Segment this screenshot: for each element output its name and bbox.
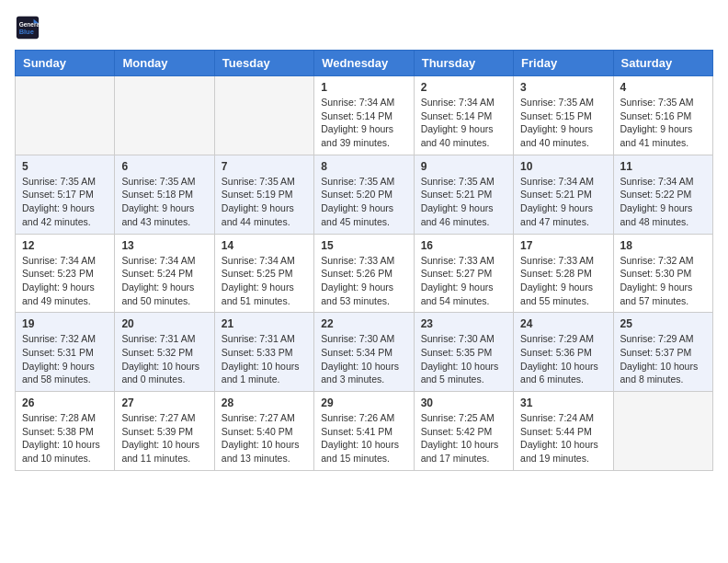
day-number: 24 (520, 317, 606, 330)
day-number: 27 (121, 396, 207, 409)
day-info: Sunrise: 7:35 AM Sunset: 5:21 PM Dayligh… (421, 175, 506, 229)
day-info: Sunrise: 7:35 AM Sunset: 5:19 PM Dayligh… (222, 175, 307, 229)
day-number: 7 (222, 160, 307, 173)
calendar-cell: 8Sunrise: 7:35 AM Sunset: 5:20 PM Daylig… (314, 155, 414, 234)
calendar-cell: 5Sunrise: 7:35 AM Sunset: 5:17 PM Daylig… (16, 155, 115, 234)
day-info: Sunrise: 7:32 AM Sunset: 5:31 PM Dayligh… (22, 332, 108, 386)
day-number: 3 (520, 81, 606, 94)
day-info: Sunrise: 7:33 AM Sunset: 5:27 PM Dayligh… (421, 254, 506, 308)
calendar-cell: 7Sunrise: 7:35 AM Sunset: 5:19 PM Daylig… (214, 155, 313, 234)
day-info: Sunrise: 7:24 AM Sunset: 5:44 PM Dayligh… (520, 411, 606, 465)
weekday-header-saturday: Saturday (613, 51, 712, 76)
calendar-cell: 1Sunrise: 7:34 AM Sunset: 5:14 PM Daylig… (314, 76, 414, 155)
day-info: Sunrise: 7:27 AM Sunset: 5:40 PM Dayligh… (222, 411, 307, 465)
day-number: 2 (421, 81, 506, 94)
calendar-cell: 14Sunrise: 7:34 AM Sunset: 5:25 PM Dayli… (214, 234, 313, 313)
day-number: 31 (520, 396, 606, 409)
svg-text:Blue: Blue (19, 28, 34, 36)
day-info: Sunrise: 7:35 AM Sunset: 5:20 PM Dayligh… (321, 175, 406, 229)
day-info: Sunrise: 7:29 AM Sunset: 5:37 PM Dayligh… (620, 332, 706, 386)
day-number: 8 (321, 160, 406, 173)
day-info: Sunrise: 7:34 AM Sunset: 5:24 PM Dayligh… (121, 254, 207, 308)
day-info: Sunrise: 7:30 AM Sunset: 5:34 PM Dayligh… (321, 332, 406, 386)
calendar-cell: 24Sunrise: 7:29 AM Sunset: 5:36 PM Dayli… (514, 313, 613, 392)
logo-icon: General Blue (15, 15, 40, 40)
day-info: Sunrise: 7:28 AM Sunset: 5:38 PM Dayligh… (22, 411, 108, 465)
calendar-cell: 20Sunrise: 7:31 AM Sunset: 5:32 PM Dayli… (115, 313, 214, 392)
weekday-header-thursday: Thursday (414, 51, 513, 76)
day-info: Sunrise: 7:34 AM Sunset: 5:22 PM Dayligh… (620, 175, 706, 229)
day-info: Sunrise: 7:35 AM Sunset: 5:17 PM Dayligh… (22, 175, 108, 229)
page-header: General Blue (15, 15, 713, 40)
day-number: 20 (121, 317, 207, 330)
calendar-cell: 21Sunrise: 7:31 AM Sunset: 5:33 PM Dayli… (214, 313, 313, 392)
calendar-cell: 22Sunrise: 7:30 AM Sunset: 5:34 PM Dayli… (314, 313, 414, 392)
day-number: 5 (22, 160, 108, 173)
day-info: Sunrise: 7:34 AM Sunset: 5:21 PM Dayligh… (520, 175, 606, 229)
calendar-cell: 15Sunrise: 7:33 AM Sunset: 5:26 PM Dayli… (314, 234, 414, 313)
day-number: 13 (121, 239, 207, 252)
day-number: 10 (520, 160, 606, 173)
day-number: 1 (321, 81, 406, 94)
weekday-header-monday: Monday (115, 51, 214, 76)
calendar-cell: 13Sunrise: 7:34 AM Sunset: 5:24 PM Dayli… (115, 234, 214, 313)
day-info: Sunrise: 7:32 AM Sunset: 5:30 PM Dayligh… (620, 254, 706, 308)
calendar-cell: 4Sunrise: 7:35 AM Sunset: 5:16 PM Daylig… (613, 76, 712, 155)
day-info: Sunrise: 7:34 AM Sunset: 5:14 PM Dayligh… (421, 96, 506, 150)
calendar-cell: 28Sunrise: 7:27 AM Sunset: 5:40 PM Dayli… (214, 392, 313, 471)
week-row-3: 12Sunrise: 7:34 AM Sunset: 5:23 PM Dayli… (16, 234, 713, 313)
day-info: Sunrise: 7:34 AM Sunset: 5:23 PM Dayligh… (22, 254, 108, 308)
calendar-cell: 10Sunrise: 7:34 AM Sunset: 5:21 PM Dayli… (514, 155, 613, 234)
calendar-cell: 27Sunrise: 7:27 AM Sunset: 5:39 PM Dayli… (115, 392, 214, 471)
week-row-2: 5Sunrise: 7:35 AM Sunset: 5:17 PM Daylig… (16, 155, 713, 234)
day-number: 23 (421, 317, 506, 330)
day-number: 9 (421, 160, 506, 173)
calendar-cell: 29Sunrise: 7:26 AM Sunset: 5:41 PM Dayli… (314, 392, 414, 471)
calendar-cell: 2Sunrise: 7:34 AM Sunset: 5:14 PM Daylig… (414, 76, 513, 155)
weekday-header-wednesday: Wednesday (314, 51, 414, 76)
day-number: 6 (121, 160, 207, 173)
calendar-cell (613, 392, 712, 471)
calendar-cell (16, 76, 115, 155)
day-number: 26 (22, 396, 108, 409)
day-number: 28 (222, 396, 307, 409)
calendar-cell: 31Sunrise: 7:24 AM Sunset: 5:44 PM Dayli… (514, 392, 613, 471)
day-number: 19 (22, 317, 108, 330)
day-number: 15 (321, 239, 406, 252)
calendar-cell: 30Sunrise: 7:25 AM Sunset: 5:42 PM Dayli… (414, 392, 513, 471)
calendar-cell: 16Sunrise: 7:33 AM Sunset: 5:27 PM Dayli… (414, 234, 513, 313)
day-info: Sunrise: 7:27 AM Sunset: 5:39 PM Dayligh… (121, 411, 207, 465)
day-info: Sunrise: 7:35 AM Sunset: 5:15 PM Dayligh… (520, 96, 606, 150)
week-row-1: 1Sunrise: 7:34 AM Sunset: 5:14 PM Daylig… (16, 76, 713, 155)
calendar-cell: 18Sunrise: 7:32 AM Sunset: 5:30 PM Dayli… (613, 234, 712, 313)
calendar-cell: 12Sunrise: 7:34 AM Sunset: 5:23 PM Dayli… (16, 234, 115, 313)
day-number: 17 (520, 239, 606, 252)
day-info: Sunrise: 7:25 AM Sunset: 5:42 PM Dayligh… (421, 411, 506, 465)
week-row-5: 26Sunrise: 7:28 AM Sunset: 5:38 PM Dayli… (16, 392, 713, 471)
calendar-cell: 3Sunrise: 7:35 AM Sunset: 5:15 PM Daylig… (514, 76, 613, 155)
calendar-cell: 9Sunrise: 7:35 AM Sunset: 5:21 PM Daylig… (414, 155, 513, 234)
day-number: 22 (321, 317, 406, 330)
weekday-header-sunday: Sunday (16, 51, 115, 76)
day-number: 11 (620, 160, 706, 173)
calendar-cell (214, 76, 313, 155)
day-number: 12 (22, 239, 108, 252)
day-info: Sunrise: 7:30 AM Sunset: 5:35 PM Dayligh… (421, 332, 506, 386)
calendar-cell (115, 76, 214, 155)
day-number: 29 (321, 396, 406, 409)
day-number: 25 (620, 317, 706, 330)
day-info: Sunrise: 7:34 AM Sunset: 5:14 PM Dayligh… (321, 96, 406, 150)
day-info: Sunrise: 7:33 AM Sunset: 5:28 PM Dayligh… (520, 254, 606, 308)
calendar-cell: 17Sunrise: 7:33 AM Sunset: 5:28 PM Dayli… (514, 234, 613, 313)
day-info: Sunrise: 7:31 AM Sunset: 5:33 PM Dayligh… (222, 332, 307, 386)
weekday-header-row: SundayMondayTuesdayWednesdayThursdayFrid… (16, 51, 713, 76)
day-info: Sunrise: 7:31 AM Sunset: 5:32 PM Dayligh… (121, 332, 207, 386)
weekday-header-friday: Friday (514, 51, 613, 76)
calendar-cell: 23Sunrise: 7:30 AM Sunset: 5:35 PM Dayli… (414, 313, 513, 392)
calendar-cell: 25Sunrise: 7:29 AM Sunset: 5:37 PM Dayli… (613, 313, 712, 392)
logo: General Blue (15, 15, 44, 40)
day-number: 4 (620, 81, 706, 94)
day-number: 16 (421, 239, 506, 252)
calendar-cell: 26Sunrise: 7:28 AM Sunset: 5:38 PM Dayli… (16, 392, 115, 471)
day-number: 14 (222, 239, 307, 252)
